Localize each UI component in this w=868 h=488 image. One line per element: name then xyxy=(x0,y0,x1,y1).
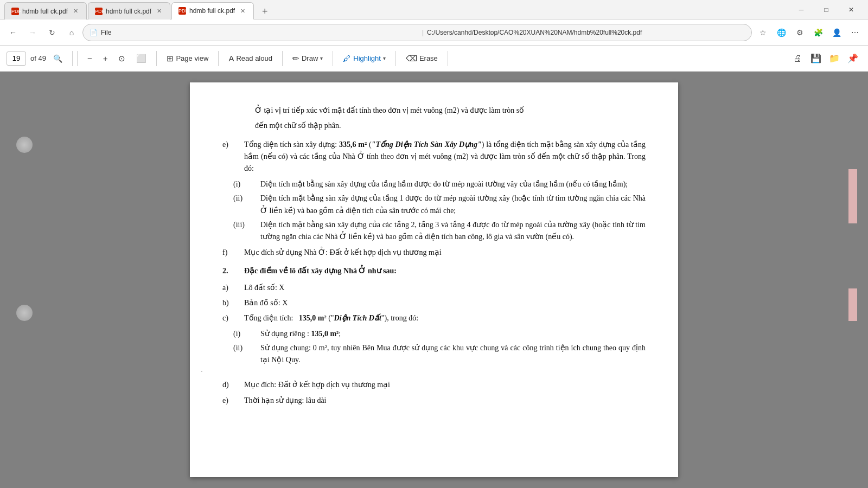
highlight-icon: 🖊 xyxy=(343,54,351,63)
intro-line-1: Ở tại vị trí tiếp xúc với mặt đất tính t… xyxy=(222,104,646,117)
tab-1[interactable]: PDF hdmb full ck.pdf ✕ xyxy=(4,2,87,20)
entry-f: f) Mục đích sử dụng Nhà Ở: Đất ở kết hợp… xyxy=(222,247,646,259)
back-button[interactable]: ← xyxy=(4,24,22,41)
highlight-button[interactable]: 🖊 Highlight ▾ xyxy=(337,50,391,67)
save-button[interactable]: 💾 xyxy=(807,50,825,67)
home-button[interactable]: ⌂ xyxy=(63,24,80,41)
entry-b: b) Bản đồ số: X xyxy=(222,297,646,309)
tab-3-close[interactable]: ✕ xyxy=(238,7,247,15)
two-page-button[interactable]: ⬜ xyxy=(131,50,152,67)
zoom-out-button[interactable]: − xyxy=(82,50,98,67)
highlight-label: Highlight xyxy=(353,54,381,62)
draw-arrow: ▾ xyxy=(320,55,323,61)
close-button[interactable]: ✕ xyxy=(839,0,864,20)
entry-e: e) Tổng diện tích sàn xây dựng: 335,6 m²… xyxy=(222,139,646,175)
tab-3[interactable]: PDF hdmb full ck.pdf ✕ xyxy=(171,2,254,20)
entry-e2: e) Thời hạn sử dụng: lâu dài xyxy=(222,395,646,407)
tab-2[interactable]: PDF hdmb full ck.pdf ✕ xyxy=(88,2,170,20)
tab-1-title: hdmb full ck.pdf xyxy=(22,8,68,15)
tab-3-title: hdmb full ck.pdf xyxy=(189,7,235,15)
more-button[interactable]: ⋯ xyxy=(846,24,864,41)
pdf-page: Ở tại vị trí tiếp xúc với mặt đất tính t… xyxy=(190,82,678,477)
search-page-button[interactable]: 🔍 xyxy=(50,51,66,66)
file-icon: 📄 xyxy=(90,29,98,36)
entry-b-content: Bản đồ số: X xyxy=(244,297,646,309)
highlight-arrow: ▾ xyxy=(383,55,386,61)
two-page-icon: ⬜ xyxy=(136,54,146,63)
draw-icon: ✏ xyxy=(292,54,299,63)
sub-entry-ii: (ii) Diện tích mặt bằng sàn xây dựng của… xyxy=(222,192,646,217)
settings-icon[interactable]: ⚙ xyxy=(791,24,808,41)
sub-c-i-content: Sử dụng riêng : 135,0 m²; xyxy=(260,328,646,340)
sep-6 xyxy=(395,51,396,66)
draw-label: Draw xyxy=(302,54,318,62)
page-view-label: Page view xyxy=(176,54,208,62)
forward-button[interactable]: → xyxy=(24,24,41,41)
pdf-content: Ở tại vị trí tiếp xúc với mặt đất tính t… xyxy=(222,104,646,407)
tab-2-title: hdmb full ck.pdf xyxy=(106,8,151,15)
save-as-button[interactable]: 📁 xyxy=(826,50,843,67)
edge-icon[interactable]: 🌐 xyxy=(773,24,790,41)
sep-3 xyxy=(218,51,219,66)
entry-e-label: e) xyxy=(222,139,244,175)
extensions-button[interactable]: 🧩 xyxy=(809,24,827,41)
section-2-header: 2. Đặc điểm về lô đất xây dựng Nhà Ở như… xyxy=(222,265,646,277)
sub-c-i: (i) Sử dụng riêng : 135,0 m²; xyxy=(222,328,646,340)
entry-d2: d) Mục đích: Đất ở kết hợp dịch vụ thươn… xyxy=(222,379,646,391)
sub-c-ii-label: (ii) xyxy=(233,342,260,367)
entry-a: a) Lô đất số: X xyxy=(222,282,646,294)
fit-page-button[interactable]: ⊙ xyxy=(113,50,131,67)
profile-button[interactable]: 👤 xyxy=(828,24,845,41)
page-view-button[interactable]: ⊞ Page view xyxy=(161,50,214,67)
fit-icon: ⊙ xyxy=(118,54,125,63)
right-deco-2 xyxy=(848,288,857,321)
sub-entry-i: (i) Diện tích mặt bằng sàn xây dựng của … xyxy=(222,178,646,190)
erase-icon: ⌫ xyxy=(406,54,417,63)
entry-a-content: Lô đất số: X xyxy=(244,282,646,294)
page-view-icon: ⊞ xyxy=(167,54,174,63)
tab-2-close[interactable]: ✕ xyxy=(155,7,163,16)
sep-1 xyxy=(77,51,78,66)
page-navigation: of 49 🔍 xyxy=(7,51,73,66)
toolbar-right: 🖨 💾 📁 📌 xyxy=(789,50,861,67)
sep-7 xyxy=(448,51,448,66)
sub-c-ii-content: Sử dụng chung: 0 m², tuy nhiên Bên Mua đ… xyxy=(260,342,646,367)
pdf-viewer[interactable]: Ở tại vị trí tiếp xúc với mặt đất tính t… xyxy=(0,72,868,488)
maximize-button[interactable]: □ xyxy=(814,0,839,20)
print-button[interactable]: 🖨 xyxy=(789,50,806,67)
section-2-num: 2. xyxy=(222,265,244,277)
read-aloud-label: Read aloud xyxy=(236,54,272,62)
entry-f-content: Mục đích sử dụng Nhà Ở: Đất ở kết hợp dị… xyxy=(244,247,646,259)
erase-label: Erase xyxy=(419,54,438,62)
sub-iii-label: (iii) xyxy=(233,219,260,243)
minimize-button[interactable]: ─ xyxy=(789,0,814,20)
entry-e2-content: Thời hạn sử dụng: lâu dài xyxy=(244,395,646,407)
tick-mark: ` xyxy=(201,369,624,378)
read-aloud-button[interactable]: A Read aloud xyxy=(223,50,278,67)
url-bar[interactable]: 📄 File | C:/Users/canhd/Desktop/CAO%20XU… xyxy=(82,24,752,41)
page-number-input[interactable] xyxy=(7,52,26,66)
tab-3-favicon: PDF xyxy=(178,7,186,15)
sub-entry-iii: (iii) Diện tích mặt bằng sàn xây dựng củ… xyxy=(222,219,646,243)
right-deco-1 xyxy=(848,169,857,223)
entry-f-label: f) xyxy=(222,247,244,259)
read-aloud-icon: A xyxy=(228,54,234,63)
entry-c: c) Tổng diện tích: 135,0 m² ("Diện Tích … xyxy=(222,312,646,324)
tab-bar: PDF hdmb full ck.pdf ✕ PDF hdmb full ck.… xyxy=(4,0,789,19)
sub-i-content: Diện tích mặt bằng sàn xây dựng của tầng… xyxy=(260,178,646,190)
draw-button[interactable]: ✏ Draw ▾ xyxy=(287,50,328,67)
entry-d2-content: Mục đích: Đất ở kết hợp dịch vụ thương m… xyxy=(244,379,646,391)
section-2-title: Đặc điểm về lô đất xây dựng Nhà Ở như sa… xyxy=(244,265,397,277)
erase-button[interactable]: ⌫ Erase xyxy=(400,50,443,67)
zoom-in-button[interactable]: + xyxy=(98,50,113,67)
entry-c-content: Tổng diện tích: 135,0 m² ("Diện Tích Đất… xyxy=(244,312,646,324)
favorites-button[interactable]: ☆ xyxy=(754,24,771,41)
sub-c-i-label: (i) xyxy=(233,328,260,340)
pin-button[interactable]: 📌 xyxy=(844,50,861,67)
refresh-button[interactable]: ↻ xyxy=(43,24,61,41)
window-controls: ─ □ ✕ xyxy=(789,0,864,20)
new-tab-button[interactable]: + xyxy=(257,4,272,19)
intro-line-2: đến một chữ số thập phân. xyxy=(222,119,646,132)
sep-2 xyxy=(156,51,157,66)
tab-1-close[interactable]: ✕ xyxy=(71,7,80,16)
